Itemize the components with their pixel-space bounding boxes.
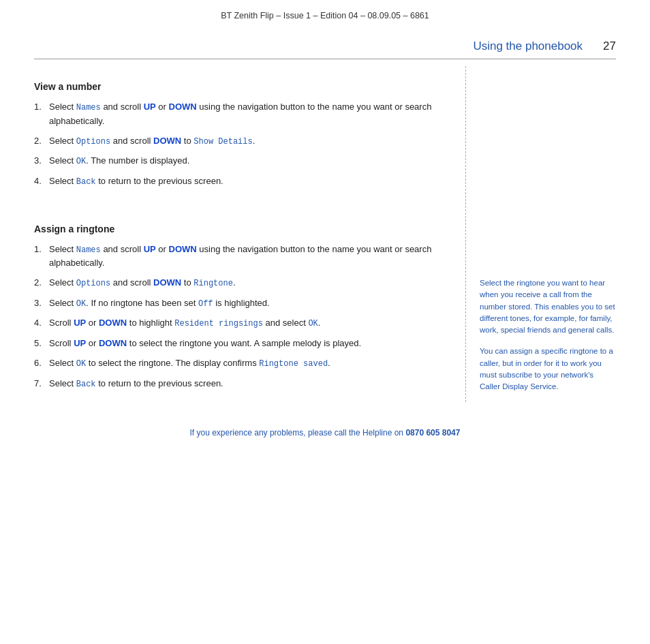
inline-bold: DOWN [99,318,127,328]
inline-bold: DOWN [169,244,197,254]
inline-mono: OK [308,319,318,328]
step-content: Select Names and scroll UP or DOWN using… [49,100,445,128]
step-num: 6. [34,356,49,371]
step-num: 4. [34,174,49,189]
inline-bold: UP [144,102,156,112]
section-gap [34,195,445,209]
chapter-title: Using the phonebook [473,40,583,53]
step-content: Select Options and scroll DOWN to Show D… [49,134,445,149]
inline-bold: DOWN [153,136,181,146]
inline-mono: Resident ringsings [174,319,263,328]
inline-mono: Names [76,103,101,112]
step-num: 2. [34,276,49,290]
inline-mono: Options [76,279,110,288]
footer-text-bold: 0870 605 8047 [405,428,460,438]
inline-bold: UP [74,338,86,348]
step-content: Select Names and scroll UP or DOWN using… [49,243,445,271]
list-item: 3. Select OK. The number is displayed. [34,154,445,168]
step-content: Scroll UP or DOWN to highlight Resident … [49,316,445,331]
inline-bold: DOWN [169,102,197,112]
list-item: 2. Select Options and scroll DOWN to Sho… [34,134,445,149]
step-num: 1. [34,243,49,271]
step-content: Select Back to return to the previous sc… [49,174,445,189]
list-item: 3. Select OK. If no ringtone has been se… [34,296,445,311]
side-note-1: Select the ringtone you want to hear whe… [480,277,616,336]
step-content: Select OK. If no ringtone has been set O… [49,296,445,311]
inline-mono: OK [76,157,86,166]
step-content: Select Options and scroll DOWN to Ringto… [49,276,445,290]
step-content: Select OK. The number is displayed. [49,154,445,168]
inline-mono: Back [76,177,96,187]
step-num: 3. [34,296,49,311]
list-item: 1. Select Names and scroll UP or DOWN us… [34,100,445,128]
footer-text-normal: If you experience any problems, please c… [190,428,406,438]
step-num: 3. [34,154,49,168]
inline-bold: DOWN [153,277,181,288]
step-num: 5. [34,337,49,350]
step-num: 4. [34,316,49,331]
header-bar: BT Zenith Flip – Issue 1 – Edition 04 – … [0,0,650,27]
section-assign-ringtone: Assign a ringtone 1. Select Names and sc… [34,224,445,391]
header-text: BT Zenith Flip – Issue 1 – Edition 04 – … [221,11,429,20]
step-content: Select Back to return to the previous sc… [49,377,445,391]
assign-ringtone-heading: Assign a ringtone [34,224,445,234]
inline-bold: UP [74,318,86,328]
side-note-2: You can assign a specific ringtone to a … [480,346,616,393]
list-item: 6. Select OK to select the ringtone. The… [34,356,445,371]
step-content: Scroll UP or DOWN to select the ringtone… [49,337,445,350]
chapter-header: Using the phonebook 27 [0,27,650,59]
list-item: 5. Scroll UP or DOWN to select the ringt… [34,337,445,350]
page-container: BT Zenith Flip – Issue 1 – Edition 04 – … [0,0,650,644]
section-view-number: View a number 1. Select Names and scroll… [34,81,445,189]
side-column: Select the ringtone you want to hear whe… [466,66,616,402]
step-content: Select OK to select the ringtone. The di… [49,356,445,371]
list-item: 7. Select Back to return to the previous… [34,377,445,391]
list-item: 2. Select Options and scroll DOWN to Rin… [34,276,445,290]
step-num: 7. [34,377,49,391]
inline-bold: DOWN [99,338,127,348]
inline-mono: Ringtone [194,279,233,288]
inline-mono: Show Details [194,137,252,147]
inline-bold: UP [144,244,156,254]
inline-mono: Names [76,245,101,255]
list-item: 4. Select Back to return to the previous… [34,174,445,189]
inline-mono: Off [198,299,213,309]
assign-ringtone-list: 1. Select Names and scroll UP or DOWN us… [34,243,445,391]
view-number-heading: View a number [34,81,445,92]
inline-mono: Ringtone saved [259,359,328,369]
step-num: 1. [34,100,49,128]
step-num: 2. [34,134,49,149]
content-area: View a number 1. Select Names and scroll… [34,59,616,402]
page-number: 27 [603,40,616,53]
main-column: View a number 1. Select Names and scroll… [34,66,466,402]
footer-bar: If you experience any problems, please c… [0,416,650,447]
inline-mono: OK [76,359,86,369]
inline-mono: Options [76,137,110,147]
list-item: 4. Scroll UP or DOWN to highlight Reside… [34,316,445,331]
list-item: 1. Select Names and scroll UP or DOWN us… [34,243,445,271]
view-number-list: 1. Select Names and scroll UP or DOWN us… [34,100,445,189]
inline-mono: Back [76,380,96,389]
inline-mono: OK [76,299,86,309]
